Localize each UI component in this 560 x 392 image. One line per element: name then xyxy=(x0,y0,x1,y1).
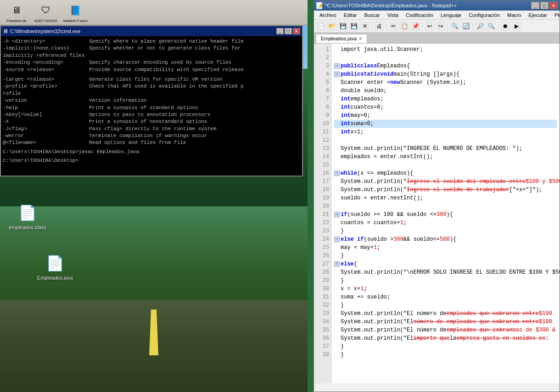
toolbar-replace[interactable]: 🔄 xyxy=(461,21,471,31)
code-line[interactable]: − else{ xyxy=(334,260,557,268)
cmd-titlebar[interactable]: 🖥 C:\Windows\system32\cmd.exe _ □ ✕ xyxy=(1,26,302,36)
toolbar-run[interactable]: ▶ xyxy=(511,21,521,31)
code-line[interactable] xyxy=(334,136,557,144)
line-number: 9 xyxy=(316,111,329,120)
line-number: 30 xyxy=(316,285,329,293)
code-line[interactable]: sueldo = enter.nextInt(); xyxy=(334,194,557,202)
toolbar-copy[interactable]: 📋 xyxy=(399,21,409,31)
notepad-minimize-button[interactable]: _ xyxy=(531,2,539,9)
code-line[interactable]: int may=0; xyxy=(334,111,557,120)
toolbar-zoom-in[interactable]: 🔎 xyxy=(475,21,485,31)
desktop-icon-empleados-class[interactable]: 📄 empleados.class xyxy=(9,202,46,230)
toolbar-find[interactable]: 🔍 xyxy=(450,21,460,31)
code-line[interactable]: int empleados; xyxy=(334,95,557,103)
code-line[interactable]: int suma=0; xyxy=(334,120,557,128)
code-token: empleados; xyxy=(351,95,384,103)
code-line[interactable]: int x=1; xyxy=(334,128,557,136)
code-line[interactable]: double sueldo; xyxy=(334,87,557,95)
code-line[interactable] xyxy=(334,202,557,210)
toolbar-close[interactable]: ✕ xyxy=(360,21,370,31)
code-line[interactable]: − while (x <= empleados){ xyxy=(334,169,557,177)
toolbar-sep-1 xyxy=(372,22,372,31)
code-line[interactable]: Scanner enter = new Scanner (System.in); xyxy=(334,78,557,87)
menu-ejecutar[interactable]: Ejecutar xyxy=(525,11,551,19)
taskbar-item-vladimir[interactable]: 📘 Vladimir F.docx xyxy=(62,2,89,23)
code-line[interactable] xyxy=(334,161,557,169)
code-line[interactable]: − else if (sueldo > 300 && sueldo<=500){ xyxy=(334,235,557,243)
toolbar-save[interactable]: 💾 xyxy=(338,21,348,31)
menu-codificacion[interactable]: Codificación xyxy=(402,11,437,19)
code-token: public xyxy=(341,70,360,78)
code-line[interactable]: x = x+1; xyxy=(334,285,557,293)
code-token: empleados que cobran xyxy=(446,326,512,334)
code-line[interactable]: System.out.println("INGRESE EL NUMERO DE… xyxy=(334,144,557,153)
code-line[interactable]: } xyxy=(334,252,557,260)
code-line[interactable]: −public class Empleados{ xyxy=(334,62,557,70)
notepad-titlebar[interactable]: 📝 *C:\Users\TOSHIBA\Desktop\Empleados.ja… xyxy=(314,0,560,11)
code-editor[interactable]: 1234567891011121314151617181920212223242… xyxy=(314,44,560,383)
code-line[interactable]: } xyxy=(334,276,557,285)
toolbar-sep-5 xyxy=(473,22,473,31)
toolbar-paste[interactable]: 📌 xyxy=(410,21,420,31)
menu-editar[interactable]: Editar xyxy=(340,11,361,19)
code-line[interactable]: System.out.println("El importe que la em… xyxy=(334,334,557,342)
toolbar-open[interactable]: 📂 xyxy=(327,21,337,31)
tab-empleados-java[interactable]: Empleados.java ✕ xyxy=(316,34,367,43)
menu-plugins[interactable]: Plugins xyxy=(551,11,560,19)
code-line[interactable]: System.out.println("El número de emplead… xyxy=(334,309,557,318)
code-line[interactable]: − if (sueldo >= 100 && sueldo <=300){ xyxy=(334,210,557,219)
code-line[interactable]: int cuantos=0; xyxy=(334,103,557,111)
toolbar-redo[interactable]: ↪ xyxy=(436,21,446,31)
code-content[interactable]: import java.util.Scanner;−public class E… xyxy=(331,44,560,383)
toolbar-zoom-out[interactable]: 🔍 xyxy=(486,21,496,31)
fold-button[interactable]: − xyxy=(334,237,340,242)
taskbar-item-nod32[interactable]: 🛡 ESET NOD32 xyxy=(32,2,60,23)
toolbar-new[interactable]: 📄 xyxy=(316,21,326,31)
menu-vista[interactable]: Vista xyxy=(384,11,402,19)
code-line[interactable]: System.out.println("El número de emplead… xyxy=(334,326,557,334)
menu-archivo[interactable]: Archivo xyxy=(316,11,340,19)
code-line[interactable]: cuantos = cuantos+1; xyxy=(334,219,557,227)
toolbar-cut[interactable]: ✂ xyxy=(388,21,398,31)
menu-lenguaje[interactable]: Lenguaje xyxy=(437,11,465,19)
menu-macro[interactable]: Macro xyxy=(504,11,525,19)
code-line[interactable]: System.out.println("\nERROR SOLO INGRESE… xyxy=(334,268,557,276)
code-line[interactable]: } xyxy=(334,227,557,235)
toolbar-undo[interactable]: ↩ xyxy=(425,21,435,31)
notepad-tab-bar: Empleados.java ✕ xyxy=(314,33,560,44)
toolbar-save-all[interactable]: 💾 xyxy=(349,21,359,31)
cmd-line: -profile <profile> Check that API used i… xyxy=(3,83,300,90)
fold-button[interactable]: − xyxy=(334,171,340,176)
toolbar-macro[interactable]: ⏺ xyxy=(500,21,510,31)
menu-buscar[interactable]: Buscar xyxy=(360,11,383,19)
toolbar-print[interactable]: 🖨 xyxy=(374,21,384,31)
fold-button[interactable]: − xyxy=(334,72,340,77)
cmd-minimize-button[interactable]: _ xyxy=(276,28,284,34)
line-number: 2 xyxy=(316,54,329,62)
code-line[interactable]: − public static void main(String []args)… xyxy=(334,70,557,78)
fold-button[interactable]: − xyxy=(334,63,340,69)
cmd-window: 🖥 C:\Windows\system32\cmd.exe _ □ ✕ -h <… xyxy=(0,25,303,177)
menu-configuracion[interactable]: Configuración xyxy=(465,11,504,19)
taskbar-item-panelera[interactable]: 🖥 Panelera de xyxy=(3,2,30,23)
notepad-maximize-button[interactable]: □ xyxy=(540,2,549,9)
code-line[interactable] xyxy=(334,54,557,62)
code-line[interactable]: import java.util.Scanner; xyxy=(334,45,557,54)
code-line[interactable]: } xyxy=(334,301,557,309)
code-line[interactable]: empleados = enter.nextInt(); xyxy=(334,153,557,161)
code-line[interactable]: System.out.println("El número de emplead… xyxy=(334,318,557,326)
notepad-close-button[interactable]: ✕ xyxy=(549,2,558,9)
fold-button[interactable]: − xyxy=(334,212,340,217)
tab-close-icon[interactable]: ✕ xyxy=(358,36,362,41)
cmd-maximize-button[interactable]: □ xyxy=(285,28,292,34)
line-number: 1 xyxy=(316,45,329,54)
code-line[interactable]: } xyxy=(334,351,557,359)
fold-button[interactable]: − xyxy=(334,261,340,267)
code-line[interactable]: System.out.println("Ingrese el sueldo de… xyxy=(334,186,557,194)
desktop-icon-empleados-java[interactable]: 📄 Empleados.java xyxy=(37,252,73,281)
code-line[interactable]: } xyxy=(334,342,557,351)
cmd-close-button[interactable]: ✕ xyxy=(293,28,300,34)
code-line[interactable]: System.out.println("Ingrese el sueldo de… xyxy=(334,177,557,186)
code-line[interactable]: suma += sueldo; xyxy=(334,293,557,301)
code-line[interactable]: may = may+1; xyxy=(334,243,557,252)
